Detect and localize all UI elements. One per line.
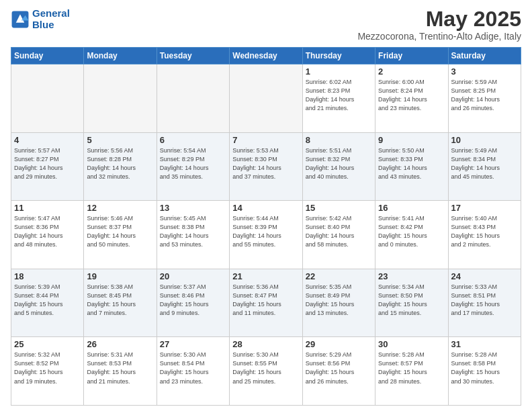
table-row: 6Sunrise: 5:54 AM Sunset: 8:29 PM Daylig… bbox=[157, 132, 229, 201]
col-thursday: Thursday bbox=[302, 48, 375, 64]
table-row: 5Sunrise: 5:56 AM Sunset: 8:28 PM Daylig… bbox=[84, 132, 157, 201]
table-row: 12Sunrise: 5:46 AM Sunset: 8:37 PM Dayli… bbox=[84, 201, 157, 269]
table-row bbox=[230, 64, 302, 133]
day-info: Sunrise: 5:41 AM Sunset: 8:42 PM Dayligh… bbox=[378, 214, 445, 249]
location-title: Mezzocorona, Trentino-Alto Adige, Italy bbox=[357, 31, 521, 42]
col-monday: Monday bbox=[84, 48, 157, 64]
day-number: 17 bbox=[451, 203, 518, 213]
col-sunday: Sunday bbox=[11, 48, 84, 64]
calendar-header-row: Sunday Monday Tuesday Wednesday Thursday… bbox=[11, 48, 521, 64]
table-row: 17Sunrise: 5:40 AM Sunset: 8:43 PM Dayli… bbox=[448, 201, 521, 269]
table-row: 8Sunrise: 5:51 AM Sunset: 8:32 PM Daylig… bbox=[302, 132, 375, 201]
table-row: 14Sunrise: 5:44 AM Sunset: 8:39 PM Dayli… bbox=[230, 201, 302, 269]
col-saturday: Saturday bbox=[448, 48, 521, 64]
logo: General Blue bbox=[11, 8, 70, 30]
day-number: 21 bbox=[232, 271, 299, 281]
day-info: Sunrise: 5:50 AM Sunset: 8:33 PM Dayligh… bbox=[378, 146, 445, 181]
day-info: Sunrise: 6:02 AM Sunset: 8:23 PM Dayligh… bbox=[306, 78, 372, 113]
day-number: 18 bbox=[14, 271, 81, 281]
day-number: 29 bbox=[306, 339, 372, 349]
day-number: 22 bbox=[306, 271, 372, 281]
calendar-week-row: 11Sunrise: 5:47 AM Sunset: 8:36 PM Dayli… bbox=[11, 201, 521, 269]
table-row: 1Sunrise: 6:02 AM Sunset: 8:23 PM Daylig… bbox=[302, 64, 375, 133]
day-info: Sunrise: 5:39 AM Sunset: 8:44 PM Dayligh… bbox=[14, 283, 81, 318]
logo-text: General Blue bbox=[32, 8, 70, 30]
day-number: 10 bbox=[451, 135, 518, 145]
day-info: Sunrise: 5:31 AM Sunset: 8:53 PM Dayligh… bbox=[87, 351, 153, 385]
day-info: Sunrise: 6:00 AM Sunset: 8:24 PM Dayligh… bbox=[378, 78, 445, 113]
day-info: Sunrise: 5:53 AM Sunset: 8:30 PM Dayligh… bbox=[232, 146, 299, 181]
day-number: 1 bbox=[306, 66, 372, 77]
day-number: 25 bbox=[14, 339, 81, 349]
day-info: Sunrise: 5:36 AM Sunset: 8:47 PM Dayligh… bbox=[232, 283, 299, 318]
day-number: 26 bbox=[87, 339, 153, 349]
day-number: 31 bbox=[451, 339, 518, 349]
day-number: 24 bbox=[451, 271, 518, 281]
table-row: 24Sunrise: 5:33 AM Sunset: 8:51 PM Dayli… bbox=[448, 269, 521, 337]
day-number: 23 bbox=[378, 271, 445, 281]
day-number: 19 bbox=[87, 271, 153, 281]
table-row: 7Sunrise: 5:53 AM Sunset: 8:30 PM Daylig… bbox=[230, 132, 302, 201]
table-row: 27Sunrise: 5:30 AM Sunset: 8:54 PM Dayli… bbox=[157, 337, 229, 406]
calendar-week-row: 4Sunrise: 5:57 AM Sunset: 8:27 PM Daylig… bbox=[11, 132, 521, 201]
day-info: Sunrise: 5:34 AM Sunset: 8:50 PM Dayligh… bbox=[378, 283, 445, 318]
day-number: 4 bbox=[14, 135, 81, 145]
table-row: 4Sunrise: 5:57 AM Sunset: 8:27 PM Daylig… bbox=[11, 132, 84, 201]
table-row: 30Sunrise: 5:28 AM Sunset: 8:57 PM Dayli… bbox=[375, 337, 448, 406]
day-info: Sunrise: 5:44 AM Sunset: 8:39 PM Dayligh… bbox=[232, 214, 299, 249]
day-number: 14 bbox=[232, 203, 299, 213]
table-row: 22Sunrise: 5:35 AM Sunset: 8:49 PM Dayli… bbox=[302, 269, 375, 337]
page: General Blue May 2025 Mezzocorona, Trent… bbox=[0, 0, 532, 411]
calendar-week-row: 25Sunrise: 5:32 AM Sunset: 8:52 PM Dayli… bbox=[11, 337, 521, 406]
day-number: 30 bbox=[378, 339, 445, 349]
calendar-week-row: 1Sunrise: 6:02 AM Sunset: 8:23 PM Daylig… bbox=[11, 64, 521, 133]
table-row: 21Sunrise: 5:36 AM Sunset: 8:47 PM Dayli… bbox=[230, 269, 302, 337]
day-info: Sunrise: 5:56 AM Sunset: 8:28 PM Dayligh… bbox=[87, 146, 153, 181]
table-row: 20Sunrise: 5:37 AM Sunset: 8:46 PM Dayli… bbox=[157, 269, 229, 337]
col-wednesday: Wednesday bbox=[230, 48, 302, 64]
table-row: 11Sunrise: 5:47 AM Sunset: 8:36 PM Dayli… bbox=[11, 201, 84, 269]
table-row: 9Sunrise: 5:50 AM Sunset: 8:33 PM Daylig… bbox=[375, 132, 448, 201]
day-info: Sunrise: 5:49 AM Sunset: 8:34 PM Dayligh… bbox=[451, 146, 518, 181]
day-number: 11 bbox=[14, 203, 81, 213]
day-info: Sunrise: 5:42 AM Sunset: 8:40 PM Dayligh… bbox=[306, 214, 372, 249]
day-info: Sunrise: 5:28 AM Sunset: 8:57 PM Dayligh… bbox=[378, 351, 445, 385]
day-number: 12 bbox=[87, 203, 153, 213]
month-title: May 2025 bbox=[357, 8, 521, 30]
day-info: Sunrise: 5:51 AM Sunset: 8:32 PM Dayligh… bbox=[306, 146, 372, 181]
day-info: Sunrise: 5:33 AM Sunset: 8:51 PM Dayligh… bbox=[451, 283, 518, 318]
day-number: 6 bbox=[160, 135, 226, 145]
day-number: 15 bbox=[306, 203, 372, 213]
table-row: 13Sunrise: 5:45 AM Sunset: 8:38 PM Dayli… bbox=[157, 201, 229, 269]
table-row: 2Sunrise: 6:00 AM Sunset: 8:24 PM Daylig… bbox=[375, 64, 448, 133]
table-row: 15Sunrise: 5:42 AM Sunset: 8:40 PM Dayli… bbox=[302, 201, 375, 269]
day-number: 2 bbox=[378, 66, 445, 77]
day-info: Sunrise: 5:57 AM Sunset: 8:27 PM Dayligh… bbox=[14, 146, 81, 181]
col-tuesday: Tuesday bbox=[157, 48, 229, 64]
day-number: 27 bbox=[160, 339, 226, 349]
day-info: Sunrise: 5:35 AM Sunset: 8:49 PM Dayligh… bbox=[306, 283, 372, 318]
day-number: 16 bbox=[378, 203, 445, 213]
table-row: 18Sunrise: 5:39 AM Sunset: 8:44 PM Dayli… bbox=[11, 269, 84, 337]
table-row bbox=[11, 64, 84, 133]
day-number: 28 bbox=[232, 339, 299, 349]
logo-blue: Blue bbox=[32, 19, 54, 30]
calendar-week-row: 18Sunrise: 5:39 AM Sunset: 8:44 PM Dayli… bbox=[11, 269, 521, 337]
day-info: Sunrise: 5:59 AM Sunset: 8:25 PM Dayligh… bbox=[451, 78, 518, 113]
day-number: 7 bbox=[232, 135, 299, 145]
day-number: 20 bbox=[160, 271, 226, 281]
table-row: 25Sunrise: 5:32 AM Sunset: 8:52 PM Dayli… bbox=[11, 337, 84, 406]
day-info: Sunrise: 5:32 AM Sunset: 8:52 PM Dayligh… bbox=[14, 351, 81, 385]
calendar-table: Sunday Monday Tuesday Wednesday Thursday… bbox=[11, 47, 521, 406]
table-row: 19Sunrise: 5:38 AM Sunset: 8:45 PM Dayli… bbox=[84, 269, 157, 337]
table-row: 16Sunrise: 5:41 AM Sunset: 8:42 PM Dayli… bbox=[375, 201, 448, 269]
day-info: Sunrise: 5:28 AM Sunset: 8:58 PM Dayligh… bbox=[451, 351, 518, 385]
header: General Blue May 2025 Mezzocorona, Trent… bbox=[11, 8, 521, 42]
day-number: 8 bbox=[306, 135, 372, 145]
table-row: 28Sunrise: 5:30 AM Sunset: 8:55 PM Dayli… bbox=[230, 337, 302, 406]
table-row: 26Sunrise: 5:31 AM Sunset: 8:53 PM Dayli… bbox=[84, 337, 157, 406]
day-info: Sunrise: 5:47 AM Sunset: 8:36 PM Dayligh… bbox=[14, 214, 81, 249]
col-friday: Friday bbox=[375, 48, 448, 64]
day-info: Sunrise: 5:30 AM Sunset: 8:54 PM Dayligh… bbox=[160, 351, 226, 385]
table-row: 29Sunrise: 5:29 AM Sunset: 8:56 PM Dayli… bbox=[302, 337, 375, 406]
